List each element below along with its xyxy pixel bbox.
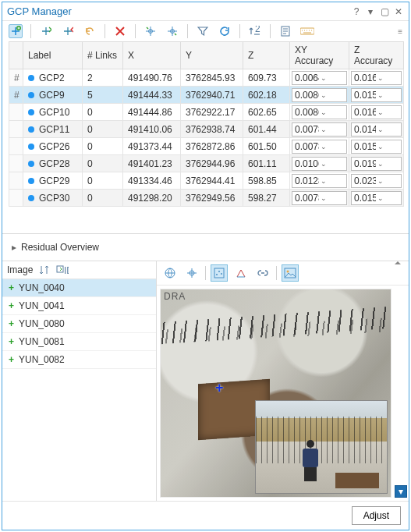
cell-z[interactable]: 601.11 <box>243 155 290 172</box>
dropdown-icon[interactable]: ▾ <box>365 6 376 17</box>
image-list-item[interactable]: +YUN_0080 <box>2 315 156 333</box>
dropdown-icon[interactable]: ⌄ <box>376 160 399 168</box>
col-z-acc[interactable]: Z Accuracy <box>349 42 404 69</box>
cell-y[interactable]: 3762922.17 <box>181 104 243 121</box>
cell-x[interactable]: 491410.06 <box>123 121 181 138</box>
cell-x[interactable]: 491373.44 <box>123 138 181 155</box>
delete-icon[interactable] <box>113 24 127 38</box>
cell-z[interactable]: 598.27 <box>243 190 290 207</box>
cell-z-accuracy[interactable]: 0.015⌄ <box>349 190 404 207</box>
viewer-dropdown-icon[interactable]: ▾ <box>395 485 407 498</box>
sort-images-icon[interactable] <box>39 264 50 275</box>
cell-z[interactable]: 601.44 <box>243 121 290 138</box>
cell-z-accuracy[interactable]: 0.015⌄ <box>349 87 404 104</box>
col-y[interactable]: Y <box>181 42 243 69</box>
link-icon[interactable] <box>254 264 271 282</box>
cell-x[interactable]: 491444.33 <box>123 87 181 104</box>
export-gcp-icon[interactable] <box>61 24 75 38</box>
cell-links[interactable]: 2 <box>83 69 123 87</box>
dropdown-icon[interactable]: ⌄ <box>376 126 399 133</box>
filter-icon[interactable] <box>196 24 210 38</box>
image-list-item[interactable]: +YUN_0040 <box>2 279 156 297</box>
report-icon[interactable] <box>278 24 292 38</box>
cell-z[interactable]: 602.65 <box>243 104 290 121</box>
refresh-icon[interactable] <box>218 24 232 38</box>
dropdown-icon[interactable]: ⌄ <box>319 160 345 168</box>
cell-x[interactable]: 491298.20 <box>123 190 181 207</box>
dropdown-icon[interactable]: ⌄ <box>319 74 345 82</box>
dropdown-icon[interactable]: ⌄ <box>376 108 399 116</box>
table-row[interactable]: GCP100491444.863762922.17602.650.0086023… <box>9 104 404 121</box>
gcp-marker-icon[interactable]: + <box>215 380 224 396</box>
cell-z-accuracy[interactable]: 0.023⌄ <box>349 172 404 190</box>
dropdown-icon[interactable]: ⌄ <box>319 108 345 116</box>
dropdown-icon[interactable]: ⌄ <box>376 177 399 185</box>
dropdown-icon[interactable]: ⌄ <box>376 74 399 82</box>
image-canvas[interactable]: DRA + <box>160 289 392 498</box>
tolerance-icon[interactable]: 2 <box>248 24 262 38</box>
cell-y[interactable]: 3762938.74 <box>181 121 243 138</box>
cell-label[interactable]: GCP29 <box>23 172 83 190</box>
dropdown-icon[interactable]: ⌄ <box>376 194 399 202</box>
dropdown-icon[interactable]: ⌄ <box>376 91 399 99</box>
image-list-item[interactable]: +YUN_0081 <box>2 333 156 351</box>
cell-links[interactable]: 0 <box>83 172 123 190</box>
col-x[interactable]: X <box>123 42 181 69</box>
table-row[interactable]: #GCP22491490.763762845.93609.730.0064031… <box>9 69 404 87</box>
cell-y[interactable]: 3762949.56 <box>181 190 243 207</box>
dropdown-icon[interactable]: ⌄ <box>376 143 399 151</box>
scatter-view-icon[interactable] <box>211 264 228 282</box>
cell-y[interactable]: 3762845.93 <box>181 69 243 87</box>
cell-z-accuracy[interactable]: 0.016⌄ <box>349 104 404 121</box>
dropdown-icon[interactable]: ⌄ <box>319 194 345 202</box>
cell-label[interactable]: GCP9 <box>23 87 83 104</box>
undo-icon[interactable] <box>83 24 97 38</box>
cell-label[interactable]: GCP28 <box>23 155 83 172</box>
col-xy-acc[interactable]: XY Accuracy <box>290 42 349 69</box>
keyboard-icon[interactable] <box>300 24 314 38</box>
cell-links[interactable]: 0 <box>83 121 123 138</box>
cell-z-accuracy[interactable]: 0.019⌄ <box>349 155 404 172</box>
picture-icon[interactable] <box>282 264 299 282</box>
cell-xy-accuracy[interactable]: 0.00781025⌄ <box>290 190 349 207</box>
col-links[interactable]: # Links <box>83 42 123 69</box>
dropdown-icon[interactable]: ⌄ <box>319 177 345 185</box>
cell-xy-accuracy[interactable]: 0.01280624⌄ <box>290 172 349 190</box>
cell-y[interactable]: 3762944.41 <box>181 172 243 190</box>
image-list-item[interactable]: +YUN_0041 <box>2 297 156 315</box>
cell-z[interactable]: 601.50 <box>243 138 290 155</box>
close-icon[interactable]: ✕ <box>393 6 404 17</box>
cell-label[interactable]: GCP26 <box>23 138 83 155</box>
cell-y[interactable]: 3762940.71 <box>181 87 243 104</box>
dropdown-icon[interactable]: ⌄ <box>319 91 345 99</box>
cell-xy-accuracy[interactable]: 0.01063014⌄ <box>290 155 349 172</box>
cell-x[interactable]: 491334.46 <box>123 172 181 190</box>
cell-links[interactable]: 0 <box>83 155 123 172</box>
residual-overview-toggle[interactable]: ▸ Residual Overview <box>2 233 409 261</box>
cell-z-accuracy[interactable]: 0.015⌄ <box>349 138 404 155</box>
vectors-icon[interactable] <box>232 264 250 282</box>
cell-x[interactable]: 491444.86 <box>123 104 181 121</box>
cell-y[interactable]: 3762944.96 <box>181 155 243 172</box>
cell-xy-accuracy[interactable]: 0.00640312⌄ <box>290 69 349 87</box>
adjust-button[interactable]: Adjust <box>352 506 401 525</box>
cell-x[interactable]: 491401.23 <box>123 155 181 172</box>
pan-to-icon[interactable] <box>165 24 179 38</box>
image-id-icon[interactable]: ID <box>56 264 69 275</box>
cell-z[interactable]: 598.85 <box>243 172 290 190</box>
cell-label[interactable]: GCP11 <box>23 121 83 138</box>
dropdown-icon[interactable]: ⌄ <box>319 126 345 133</box>
cell-y[interactable]: 3762872.86 <box>181 138 243 155</box>
cell-xy-accuracy[interactable]: 0.00860232⌄ <box>290 104 349 121</box>
cell-z[interactable]: 609.73 <box>243 69 290 87</box>
image-list-item[interactable]: +YUN_0082 <box>2 351 156 369</box>
table-row[interactable]: #GCP95491444.333762940.71602.180.0086023… <box>9 87 404 104</box>
dropdown-icon[interactable]: ⌄ <box>319 143 345 151</box>
globe-icon[interactable] <box>161 264 179 282</box>
cell-links[interactable]: 0 <box>83 190 123 207</box>
import-gcp-icon[interactable] <box>39 24 53 38</box>
table-row[interactable]: GCP280491401.233762944.96601.110.0106301… <box>9 155 404 172</box>
cell-links[interactable]: 5 <box>83 87 123 104</box>
cell-z[interactable]: 602.18 <box>243 87 290 104</box>
col-label[interactable]: Label <box>23 42 83 69</box>
